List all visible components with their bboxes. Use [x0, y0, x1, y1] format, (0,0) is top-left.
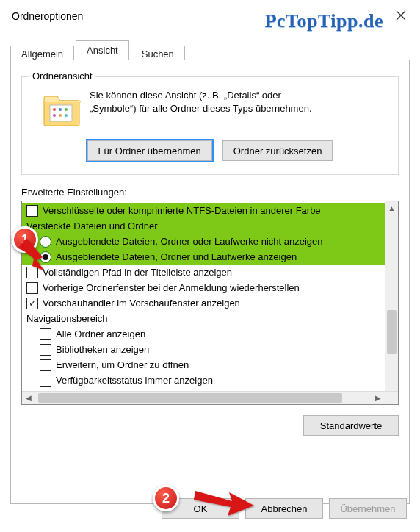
- desc-line1: Sie können diese Ansicht (z. B. „Details…: [90, 90, 281, 101]
- ok-button[interactable]: OK: [162, 498, 239, 519]
- watermark-text: PcTopTipp.de: [265, 10, 383, 32]
- tab-strip: Allgemein Ansicht Suchen: [10, 40, 410, 60]
- apply-to-folders-button[interactable]: Für Ordner übernehmen: [87, 140, 212, 161]
- radio-icon[interactable]: [40, 236, 51, 248]
- scroll-right-icon[interactable]: ▶: [372, 392, 385, 404]
- cancel-button[interactable]: Abbrechen: [245, 498, 323, 519]
- scroll-track[interactable]: [385, 215, 398, 391]
- scroll-corner: [385, 391, 398, 404]
- setting-item-label: Ausgeblendete Dateien, Ordner oder Laufw…: [56, 236, 323, 247]
- titlebar: Ordneroptionen PcTopTipp.de: [0, 0, 420, 32]
- window-title: Ordneroptionen: [12, 10, 83, 22]
- checkbox-icon[interactable]: [40, 375, 51, 387]
- svg-point-2: [53, 108, 56, 111]
- setting-item-label: Ausgeblendete Dateien, Ordner und Laufwe…: [56, 251, 297, 262]
- checkbox-icon[interactable]: [40, 359, 51, 371]
- setting-item-label: Vollständigen Pfad in der Titelleiste an…: [43, 267, 232, 278]
- setting-item-8[interactable]: Alle Ordner anzeigen: [22, 326, 385, 342]
- setting-item-label: Vorherige Ordnerfenster bei der Anmeldun…: [43, 282, 300, 293]
- advanced-settings-label: Erweiterte Einstellungen:: [21, 187, 399, 198]
- svg-point-3: [59, 108, 62, 111]
- setting-item-label: Vorschauhandler im Vorschaufenster anzei…: [43, 298, 240, 309]
- setting-item-1: Versteckte Dateien und Ordner: [22, 218, 385, 234]
- group-label: Ordneransicht: [29, 71, 95, 82]
- restore-defaults-button[interactable]: Standardwerte: [303, 415, 399, 436]
- tab-view[interactable]: Ansicht: [76, 40, 129, 60]
- svg-point-5: [53, 114, 56, 117]
- tab-panel-view: Ordneransicht Sie können diese Ansicht (…: [10, 60, 410, 504]
- setting-item-label: Alle Ordner anzeigen: [56, 328, 145, 339]
- dialog-button-row: OK Abbrechen Übernehmen: [162, 498, 407, 519]
- close-button[interactable]: [386, 4, 416, 26]
- svg-point-4: [65, 108, 68, 111]
- checkbox-icon[interactable]: [40, 344, 51, 356]
- setting-item-2[interactable]: Ausgeblendete Dateien, Ordner oder Laufw…: [22, 234, 385, 249]
- setting-item-3[interactable]: Ausgeblendete Dateien, Ordner und Laufwe…: [22, 249, 385, 265]
- setting-item-label: Verfügbarkeitsstatus immer anzeigen: [56, 375, 213, 386]
- folder-view-description: Sie können diese Ansicht (z. B. „Details…: [90, 87, 312, 130]
- setting-item-5[interactable]: Vorherige Ordnerfenster bei der Anmeldun…: [22, 280, 385, 295]
- setting-item-label: Erweitern, um Ordner zu öffnen: [56, 359, 189, 370]
- svg-point-7: [65, 114, 68, 117]
- setting-item-0[interactable]: Verschlüsselte oder komprimierte NTFS-Da…: [22, 203, 385, 218]
- setting-item-label: Navigationsbereich: [26, 313, 108, 324]
- apply-button[interactable]: Übernehmen: [329, 498, 407, 519]
- advanced-settings-list: Verschlüsselte oder komprimierte NTFS-Da…: [21, 201, 399, 405]
- vertical-scrollbar[interactable]: ▲ ▼: [385, 201, 398, 404]
- checkbox-icon[interactable]: [26, 298, 38, 309]
- svg-rect-1: [50, 105, 72, 121]
- setting-item-label: Versteckte Dateien und Ordner: [26, 220, 158, 231]
- scroll-up-icon[interactable]: ▲: [385, 201, 398, 215]
- hscroll-track[interactable]: [35, 392, 372, 404]
- folder-icon: [43, 92, 81, 130]
- setting-item-9[interactable]: Bibliotheken anzeigen: [22, 342, 385, 357]
- svg-point-6: [59, 114, 62, 117]
- close-icon: [396, 10, 406, 21]
- checkbox-icon[interactable]: [26, 267, 38, 278]
- tab-search[interactable]: Suchen: [131, 46, 185, 62]
- setting-item-label: Verschlüsselte oder komprimierte NTFS-Da…: [43, 205, 321, 216]
- setting-item-4[interactable]: Vollständigen Pfad in der Titelleiste an…: [22, 265, 385, 280]
- desc-line2: „Symbole“) für alle Ordner dieses Typs ü…: [90, 103, 312, 114]
- checkbox-icon[interactable]: [40, 328, 51, 340]
- setting-item-11[interactable]: Verfügbarkeitsstatus immer anzeigen: [22, 373, 385, 388]
- setting-item-6[interactable]: Vorschauhandler im Vorschaufenster anzei…: [22, 295, 385, 311]
- radio-icon[interactable]: [40, 251, 51, 263]
- scroll-left-icon[interactable]: ◀: [22, 392, 35, 404]
- checkbox-icon[interactable]: [26, 205, 38, 217]
- horizontal-scrollbar[interactable]: ◀ ▶: [22, 391, 385, 404]
- checkbox-icon[interactable]: [26, 282, 38, 294]
- folder-view-group: Ordneransicht Sie können diese Ansicht (…: [21, 76, 399, 175]
- tab-general[interactable]: Allgemein: [10, 46, 74, 62]
- setting-item-7: Navigationsbereich: [22, 311, 385, 326]
- scroll-thumb[interactable]: [387, 310, 397, 354]
- reset-folders-button[interactable]: Ordner zurücksetzen: [222, 140, 333, 161]
- setting-item-10[interactable]: Erweitern, um Ordner zu öffnen: [22, 357, 385, 373]
- setting-item-label: Bibliotheken anzeigen: [56, 344, 149, 355]
- hscroll-thumb[interactable]: [38, 393, 342, 403]
